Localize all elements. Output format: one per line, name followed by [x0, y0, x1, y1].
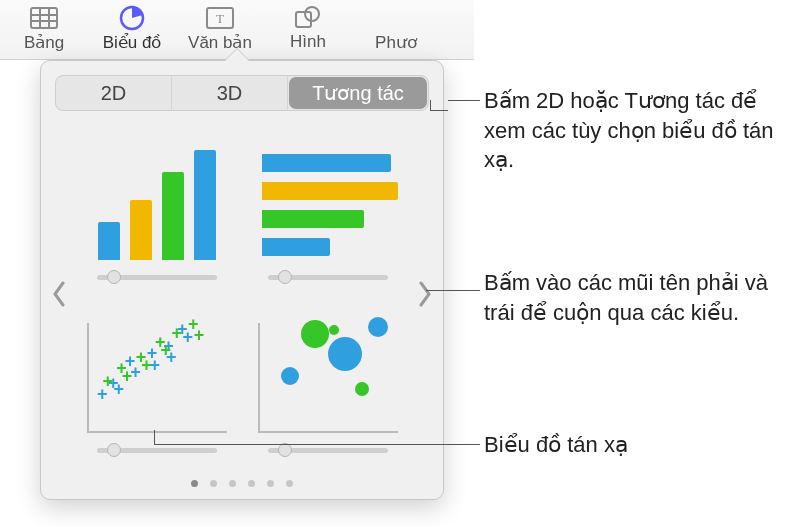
chart-dimension-segment: 2D 3D Tương tác [55, 75, 429, 111]
style-slider[interactable] [268, 270, 388, 284]
callout-leader [426, 290, 480, 291]
page-dots[interactable] [41, 480, 443, 487]
callout-leader [154, 444, 480, 445]
style-slider[interactable] [268, 443, 388, 457]
page-dot[interactable] [191, 480, 198, 487]
hbar-chart-thumb [258, 150, 398, 260]
media-icon [382, 6, 410, 30]
chart-icon [118, 6, 146, 30]
chart-style-scatter[interactable]: +++++++++++++++++++++ [81, 304, 232, 457]
chart-style-bubble[interactable] [252, 304, 403, 457]
scatter-chart-thumb: +++++++++++++++++++++ [87, 323, 227, 433]
toolbar-item-text[interactable]: T Văn bản [176, 6, 264, 53]
toolbar-label: Phươ [375, 32, 417, 53]
table-icon [30, 6, 58, 30]
page-dot[interactable] [286, 480, 293, 487]
toolbar-item-shape[interactable]: Hình [264, 6, 352, 52]
chart-style-grid: +++++++++++++++++++++ [77, 125, 407, 463]
chart-style-bar[interactable] [81, 131, 232, 284]
chart-type-popover: 2D 3D Tương tác [40, 60, 444, 500]
text-icon: T [206, 6, 234, 30]
segment-3d[interactable]: 3D [172, 76, 288, 110]
chart-style-hbar[interactable] [252, 131, 403, 284]
svg-rect-0 [31, 8, 57, 28]
toolbar-item-media[interactable]: Phươ [352, 6, 440, 53]
page-dot[interactable] [267, 480, 274, 487]
callout-leader [430, 100, 431, 110]
style-slider[interactable] [97, 443, 217, 457]
shape-icon [294, 6, 322, 30]
callout-scatter-label: Biểu đồ tán xạ [484, 430, 789, 460]
toolbar-label: Hình [290, 32, 326, 52]
callout-segment-hint: Bấm 2D hoặc Tương tác để xem các tùy chọ… [484, 86, 789, 175]
prev-style-arrow[interactable] [41, 125, 77, 463]
toolbar-label: Biểu đồ [103, 32, 162, 53]
page-dot[interactable] [210, 480, 217, 487]
toolbar-item-table[interactable]: Bảng [0, 6, 88, 53]
toolbar-item-chart[interactable]: Biểu đồ [88, 6, 176, 53]
page-dot[interactable] [229, 480, 236, 487]
bubble-chart-thumb [258, 323, 398, 433]
callout-leader [154, 430, 155, 444]
toolbar-label: Bảng [24, 32, 64, 53]
next-style-arrow[interactable] [407, 125, 443, 463]
bar-chart-thumb [87, 150, 227, 260]
callout-arrows-hint: Bấm vào các mũi tên phải và trái để cuộn… [484, 268, 789, 327]
segment-2d[interactable]: 2D [56, 76, 172, 110]
callout-leader [448, 100, 480, 101]
segment-interactive[interactable]: Tương tác [289, 77, 427, 109]
style-slider[interactable] [97, 270, 217, 284]
callout-leader [430, 110, 448, 111]
page-dot[interactable] [248, 480, 255, 487]
svg-text:T: T [216, 11, 224, 26]
